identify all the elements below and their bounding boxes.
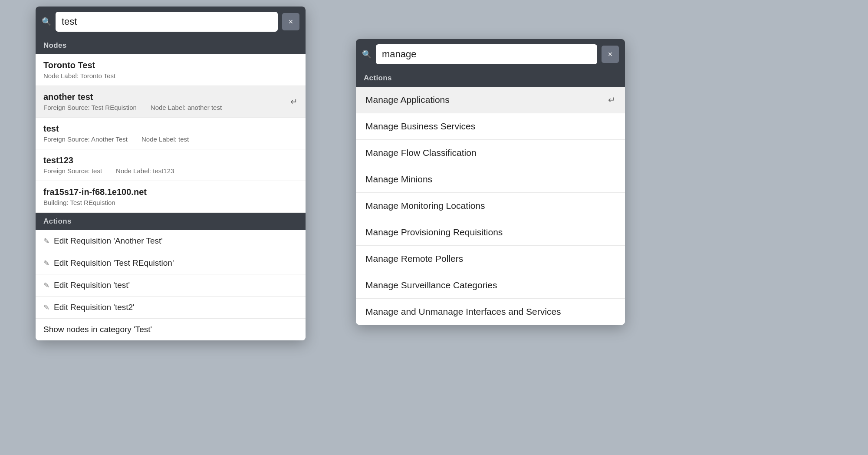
manage-item-label: Manage Applications [365, 95, 450, 105]
manage-item-label: Manage Business Services [365, 121, 475, 132]
manage-item-flow-classification[interactable]: Manage Flow Classification [356, 140, 625, 166]
right-search-icon: 🔍 [362, 49, 372, 59]
node-item-test123[interactable]: test123 Foreign Source: test Node Label:… [36, 149, 306, 181]
manage-item-surveillance-categories[interactable]: Manage Surveillance Categories [356, 272, 625, 299]
right-clear-button[interactable]: × [602, 46, 619, 63]
node-item-toronto-test[interactable]: Toronto Test Node Label: Toronto Test [36, 54, 306, 86]
node-meta: Foreign Source: test Node Label: test123 [43, 167, 298, 175]
node-item-fra15s17[interactable]: fra15s17-in-f68.1e100.net Building: Test… [36, 181, 306, 213]
node-meta: Foreign Source: Test REquistion Node Lab… [43, 104, 298, 111]
left-actions-header: Actions [36, 213, 306, 230]
manage-item-label: Manage and Unmanage Interfaces and Servi… [365, 307, 561, 317]
left-nodes-header: Nodes [36, 37, 306, 54]
right-search-bar: 🔍 × [356, 39, 625, 69]
node-item-another-test[interactable]: another test Foreign Source: Test REquis… [36, 86, 306, 118]
left-clear-button[interactable]: × [282, 13, 299, 30]
return-icon: ↵ [608, 95, 615, 105]
manage-item-label: Manage Remote Pollers [365, 254, 463, 264]
node-title: test123 [43, 155, 298, 165]
action-edit-another-test[interactable]: ✎ Edit Requisition 'Another Test' [36, 230, 306, 252]
manage-item-remote-pollers[interactable]: Manage Remote Pollers [356, 246, 625, 272]
left-dropdown: 🔍 × Nodes Toronto Test Node Label: Toron… [36, 7, 306, 340]
manage-item-business-services[interactable]: Manage Business Services [356, 113, 625, 140]
right-search-input[interactable] [376, 44, 597, 64]
manage-item-label: Manage Provisioning Requisitions [365, 227, 503, 237]
manage-item-label: Manage Minions [365, 174, 432, 185]
action-edit-test2[interactable]: ✎ Edit Requisition 'test2' [36, 297, 306, 319]
manage-item-applications[interactable]: Manage Applications ↵ [356, 87, 625, 113]
node-meta: Foreign Source: Another Test Node Label:… [43, 135, 298, 143]
action-show-nodes-test[interactable]: Show nodes in category 'Test' [36, 319, 306, 340]
node-item-test[interactable]: test Foreign Source: Another Test Node L… [36, 118, 306, 149]
edit-icon: ✎ [43, 237, 49, 246]
node-title: another test [43, 92, 298, 102]
left-search-bar: 🔍 × [36, 7, 306, 37]
manage-item-label: Manage Surveillance Categories [365, 280, 497, 290]
edit-icon: ✎ [43, 281, 49, 290]
manage-item-label: Manage Monitoring Locations [365, 201, 485, 211]
edit-icon: ✎ [43, 259, 49, 268]
return-icon: ↵ [290, 96, 298, 107]
node-meta: Building: Test REquistion [43, 199, 298, 206]
left-search-input[interactable] [56, 12, 278, 32]
node-title: Toronto Test [43, 60, 298, 70]
node-title: fra15s17-in-f68.1e100.net [43, 187, 298, 197]
node-meta: Node Label: Toronto Test [43, 72, 298, 79]
manage-item-monitoring-locations[interactable]: Manage Monitoring Locations [356, 193, 625, 219]
left-search-icon: 🔍 [42, 17, 51, 26]
action-edit-test-requistion[interactable]: ✎ Edit Requisition 'Test REquistion' [36, 252, 306, 274]
manage-item-provisioning-requisitions[interactable]: Manage Provisioning Requisitions [356, 219, 625, 246]
right-dropdown: 🔍 × Actions Manage Applications ↵ Manage… [356, 39, 625, 325]
node-title: test [43, 124, 298, 134]
manage-item-label: Manage Flow Classification [365, 148, 477, 158]
manage-item-unmanage-interfaces[interactable]: Manage and Unmanage Interfaces and Servi… [356, 299, 625, 325]
action-edit-test[interactable]: ✎ Edit Requisition 'test' [36, 274, 306, 297]
edit-icon: ✎ [43, 303, 49, 312]
right-actions-header: Actions [356, 69, 625, 87]
manage-item-minions[interactable]: Manage Minions [356, 166, 625, 193]
